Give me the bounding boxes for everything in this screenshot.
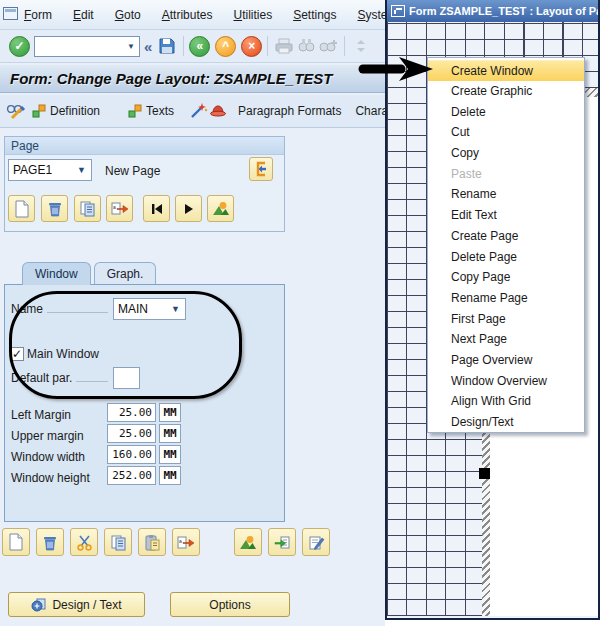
delete-page-button[interactable] bbox=[41, 195, 68, 222]
ctx-design-text[interactable]: Design/Text bbox=[428, 412, 584, 433]
display-change-icon[interactable] bbox=[4, 100, 26, 122]
ctx-create-graphic[interactable]: Create Graphic bbox=[428, 81, 584, 102]
rename-icon: a bbox=[177, 534, 195, 551]
window-overview-button[interactable] bbox=[234, 528, 262, 556]
window-width-unit[interactable]: MM bbox=[159, 445, 181, 464]
ctx-copy-page[interactable]: Copy Page bbox=[428, 267, 584, 288]
layout-painter-window: Create Window Create Graphic Delete Cut … bbox=[385, 0, 600, 620]
ctx-rename-page[interactable]: Rename Page bbox=[428, 288, 584, 309]
page-overview-button[interactable] bbox=[207, 195, 234, 222]
ctx-cut[interactable]: Cut bbox=[428, 122, 584, 143]
window-tab-panel: Name MAIN ▼ ✓ Main Window Default par. bbox=[4, 284, 285, 522]
wand-icon[interactable] bbox=[188, 100, 208, 122]
paste-button[interactable] bbox=[138, 528, 166, 556]
page-grid[interactable]: Create Window Create Graphic Delete Cut … bbox=[387, 22, 598, 616]
caret-down-icon: ▼ bbox=[72, 165, 91, 175]
create-page-button[interactable] bbox=[8, 195, 35, 222]
first-page-button[interactable] bbox=[143, 195, 170, 222]
command-dropdown-icon[interactable]: ▼ bbox=[123, 42, 139, 51]
menu-settings[interactable]: Settings bbox=[293, 8, 336, 22]
texts-icon bbox=[128, 104, 142, 118]
command-field[interactable]: ▼ bbox=[34, 36, 140, 57]
ctx-next-page[interactable]: Next Page bbox=[428, 329, 584, 350]
menu-attributes[interactable]: Attributes bbox=[162, 8, 213, 22]
find-next-icon[interactable] bbox=[317, 35, 339, 57]
back-icon[interactable]: « bbox=[189, 36, 210, 57]
ctx-copy[interactable]: Copy bbox=[428, 143, 584, 164]
main-window-checkbox[interactable]: ✓ bbox=[10, 347, 24, 361]
create-window-button[interactable] bbox=[2, 528, 30, 556]
menu-edit[interactable]: Edit bbox=[73, 8, 94, 22]
texts-button[interactable]: Texts bbox=[128, 104, 174, 118]
collapse-icon[interactable]: « bbox=[144, 38, 152, 55]
find-icon[interactable] bbox=[295, 35, 317, 57]
copy-button[interactable] bbox=[104, 528, 132, 556]
ctx-create-window[interactable]: Create Window bbox=[428, 60, 584, 81]
edit-text-button[interactable] bbox=[302, 528, 330, 556]
save-icon[interactable] bbox=[156, 35, 178, 57]
export-button[interactable] bbox=[268, 528, 296, 556]
upper-margin-unit[interactable]: MM bbox=[159, 424, 181, 443]
copy-icon bbox=[110, 534, 127, 551]
menu-goto[interactable]: Goto bbox=[115, 8, 141, 22]
next-page-button[interactable] bbox=[175, 195, 202, 222]
tab-window[interactable]: Window bbox=[22, 262, 91, 285]
design-text-button[interactable]: Design / Text bbox=[8, 592, 145, 617]
page-scroll-icon[interactable] bbox=[350, 35, 372, 57]
painter-title-bar[interactable]: Form ZSAMPLE_TEST : Layout of Pag bbox=[387, 0, 598, 22]
tab-graph[interactable]: Graph. bbox=[94, 262, 157, 285]
rename-icon: a bbox=[111, 200, 129, 217]
overview-image-icon bbox=[212, 201, 230, 216]
menu-form[interactable]: Form bbox=[24, 8, 52, 22]
page-description: New Page bbox=[105, 164, 160, 178]
ctx-rename[interactable]: Rename bbox=[428, 184, 584, 205]
ctx-edit-text[interactable]: Edit Text bbox=[428, 205, 584, 226]
ctx-delete[interactable]: Delete bbox=[428, 102, 584, 123]
page-select[interactable]: PAGE1 ▼ bbox=[8, 159, 92, 181]
character-formats-button[interactable]: Characte bbox=[355, 104, 385, 118]
ctx-page-overview[interactable]: Page Overview bbox=[428, 350, 584, 371]
delete-window-button[interactable] bbox=[36, 528, 64, 556]
menu-system[interactable]: System bbox=[358, 8, 385, 22]
copy-page-button[interactable] bbox=[74, 195, 101, 222]
enter-check-icon[interactable]: ✓ bbox=[9, 36, 30, 57]
page-groupbox: Page PAGE1 ▼ New Page bbox=[4, 136, 285, 232]
command-input[interactable] bbox=[35, 38, 123, 55]
print-icon[interactable] bbox=[273, 35, 295, 57]
default-par-label: Default par. bbox=[11, 371, 72, 385]
cancel-icon[interactable]: × bbox=[241, 36, 262, 57]
ctx-first-page[interactable]: First Page bbox=[428, 309, 584, 330]
ctx-create-page[interactable]: Create Page bbox=[428, 226, 584, 247]
overview-image-icon bbox=[239, 535, 257, 550]
hat-icon[interactable] bbox=[208, 100, 228, 122]
paragraph-formats-button[interactable]: Paragraph Formats bbox=[238, 104, 341, 118]
export-icon bbox=[274, 534, 291, 551]
window-width-field[interactable]: 160.00 bbox=[107, 445, 156, 464]
arrow-annotation bbox=[358, 55, 436, 83]
default-par-field[interactable] bbox=[113, 367, 140, 389]
context-menu: Create Window Create Graphic Delete Cut … bbox=[427, 57, 585, 433]
system-menu-icon[interactable] bbox=[3, 7, 18, 20]
options-button[interactable]: Options bbox=[170, 592, 290, 617]
jump-back-button[interactable] bbox=[249, 157, 273, 181]
next-page-icon bbox=[183, 202, 195, 216]
window-height-unit[interactable]: MM bbox=[159, 466, 181, 485]
exit-icon[interactable]: ^ bbox=[215, 36, 236, 57]
resize-handle[interactable] bbox=[479, 468, 490, 479]
window-name-select[interactable]: MAIN ▼ bbox=[113, 298, 186, 320]
window-height-field[interactable]: 252.00 bbox=[107, 466, 156, 485]
svg-text:a: a bbox=[179, 538, 182, 544]
ctx-paste: Paste bbox=[428, 164, 584, 185]
definition-button[interactable]: Definition bbox=[32, 104, 100, 118]
left-margin-field[interactable]: 25.00 bbox=[107, 403, 156, 422]
cut-button[interactable] bbox=[70, 528, 98, 556]
ctx-window-overview[interactable]: Window Overview bbox=[428, 371, 584, 392]
rename-button[interactable]: a bbox=[172, 528, 200, 556]
left-margin-unit[interactable]: MM bbox=[159, 403, 181, 422]
menu-utilities[interactable]: Utilities bbox=[233, 8, 272, 22]
ctx-align-with-grid[interactable]: Align With Grid bbox=[428, 391, 584, 412]
new-document-icon bbox=[8, 533, 24, 551]
ctx-delete-page[interactable]: Delete Page bbox=[428, 247, 584, 268]
rename-page-button[interactable]: a bbox=[106, 195, 133, 222]
upper-margin-field[interactable]: 25.00 bbox=[107, 424, 156, 443]
